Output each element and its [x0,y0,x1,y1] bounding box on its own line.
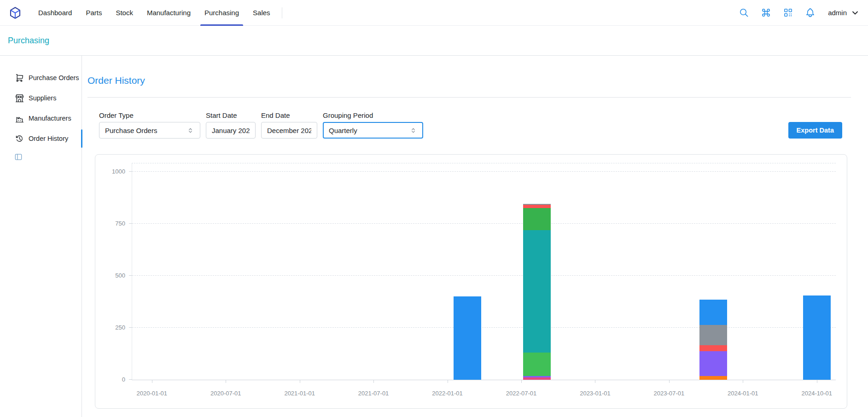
bar-segment [454,296,481,380]
y-axis-label: 500 [98,272,125,279]
order-type-value: Purchase Orders [105,127,157,134]
sidebar-item-purchase-orders[interactable]: Purchase Orders [0,68,82,88]
bar-segment [699,376,727,380]
sidebar-item-manufacturers[interactable]: Manufacturers [0,108,82,128]
command-palette-button[interactable] [760,7,772,19]
sidebar-item-label: Purchase Orders [29,74,79,81]
scan-button[interactable] [782,7,794,19]
sidebar: Purchase Orders Suppliers Manufacturers [0,56,82,417]
x-axis-label: 2024-10-01 [801,390,832,397]
export-data-button[interactable]: Export Data [788,122,842,139]
grouping-period-select[interactable]: Quarterly [323,122,423,139]
tab-sales[interactable]: Sales [246,0,277,26]
search-button[interactable] [738,7,750,19]
x-axis-label: 2023-07-01 [654,390,685,397]
order-type-select[interactable]: Purchase Orders [99,122,200,139]
app-logo-icon[interactable] [8,6,22,20]
gridline [132,327,836,328]
order-type-label: Order Type [99,111,200,119]
qr-scan-icon [783,7,793,18]
main-content: Order History Order Type Purchase Orders… [82,56,868,417]
chart-panel: 025050075010002020-01-012020-07-012021-0… [95,154,847,409]
y-axis-tick [129,327,132,328]
x-axis-tick [669,380,670,383]
y-axis-tick [129,171,132,172]
x-axis-label: 2023-01-01 [580,390,611,397]
start-date-input[interactable] [206,122,256,139]
gridline [132,223,836,224]
breadcrumb: Purchasing [0,26,868,56]
gridline [132,171,836,172]
filter-start-date: Start Date [206,111,256,139]
user-menu[interactable]: admin [828,8,860,17]
bar-segment [803,295,831,380]
sidebar-item-suppliers[interactable]: Suppliers [0,88,82,108]
bar[interactable] [803,163,831,380]
x-axis-tick [521,380,522,383]
bar-segment [523,204,551,205]
y-axis-label: 0 [98,376,125,383]
nav-tabs-divider [282,7,282,18]
chart-plot: 025050075010002020-01-012020-07-012021-0… [132,163,836,380]
building-store-icon [15,93,24,103]
sidebar-item-label: Order History [29,135,68,142]
x-axis-tick [226,380,226,383]
bar[interactable] [699,163,727,380]
x-axis-tick [300,380,300,383]
x-axis-label: 2021-01-01 [284,390,315,397]
start-date-label: Start Date [206,111,256,119]
x-axis-label: 2022-01-01 [432,390,463,397]
shopping-cart-icon [15,73,24,83]
tab-dashboard[interactable]: Dashboard [31,0,79,26]
bar-segment [523,205,551,208]
sidebar-item-label: Suppliers [29,94,56,102]
bar[interactable] [454,163,481,380]
x-axis-tick [595,380,595,383]
y-axis-label: 750 [98,220,125,227]
x-axis-label: 2020-01-01 [137,390,168,397]
factory-icon [15,114,24,123]
sidebar-item-label: Manufacturers [29,115,71,122]
y-axis-tick [129,275,132,276]
navbar-actions: admin [738,7,860,19]
grouping-period-value: Quarterly [329,127,357,134]
x-axis-label: 2024-01-01 [728,390,758,397]
bar-segment [523,377,551,380]
x-axis-tick [817,380,817,383]
y-axis-tick [129,379,132,380]
command-icon [761,7,771,18]
bar[interactable] [523,163,551,380]
bar-segment [699,325,727,345]
filters-panel: Order Type Purchase Orders Start Date En… [99,111,842,139]
tab-parts[interactable]: Parts [79,0,109,26]
tab-manufacturing[interactable]: Manufacturing [140,0,198,26]
notifications-button[interactable] [804,7,816,19]
grouping-period-label: Grouping Period [323,111,423,119]
breadcrumb-link-purchasing[interactable]: Purchasing [8,36,49,46]
x-axis-label: 2021-07-01 [358,390,389,397]
user-name: admin [828,9,847,17]
tab-purchasing[interactable]: Purchasing [198,0,246,26]
x-axis-label: 2022-07-01 [506,390,537,397]
end-date-label: End Date [261,111,317,119]
gridline [132,275,836,276]
sidebar-toggle-button[interactable] [14,152,24,162]
search-icon [739,7,749,18]
bell-icon [805,7,816,18]
selector-icon [409,127,417,134]
y-axis-label: 1000 [98,168,125,175]
bar-segment [523,376,551,378]
history-icon [15,134,24,144]
sidebar-item-order-history[interactable]: Order History [0,128,82,149]
bar-segment [699,345,727,351]
tab-stock[interactable]: Stock [109,0,140,26]
end-date-input[interactable] [261,122,317,139]
filter-grouping-period: Grouping Period Quarterly [323,111,423,139]
section-divider [87,97,851,98]
filter-end-date: End Date [261,111,317,139]
y-axis-label: 250 [98,324,125,331]
nav-tabs: Dashboard Parts Stock Manufacturing Purc… [31,0,282,26]
sidebar-collapse-icon [14,152,23,162]
y-axis-tick [129,223,132,224]
x-axis-tick [373,380,374,383]
